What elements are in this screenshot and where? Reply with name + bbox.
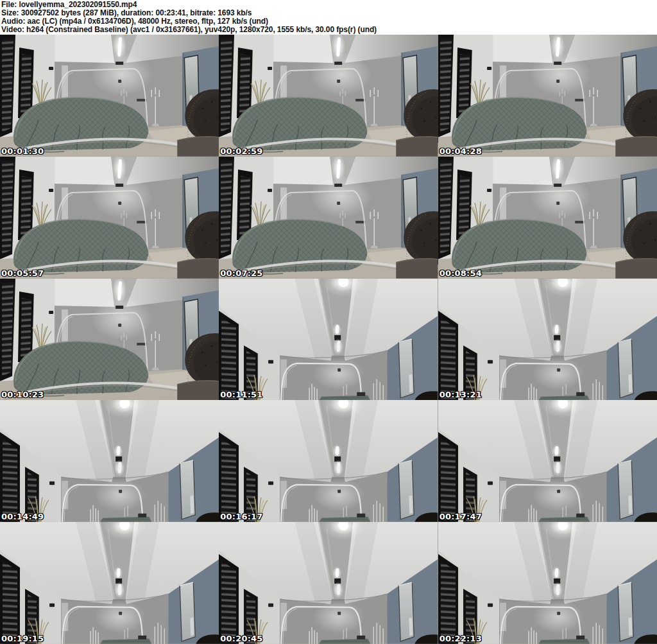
bedroom-scene-image	[438, 157, 657, 279]
video-thumbnail: 00:05:57	[0, 157, 219, 279]
video-thumbnail: 00:14:49	[0, 400, 219, 522]
video-thumbnail: 00:11:51	[219, 279, 438, 401]
bedroom-scene-image	[219, 157, 438, 279]
bedroom-scene-image	[438, 35, 657, 157]
timestamp-overlay: 00:17:47	[439, 512, 482, 521]
bedroom-scene-image	[219, 35, 438, 157]
video-thumbnail: 00:17:47	[438, 400, 657, 522]
timestamp-overlay: 00:14:49	[1, 512, 44, 521]
video-thumbnail: 00:04:28	[438, 35, 657, 157]
video-thumbnail: 00:08:54	[438, 157, 657, 279]
video-thumbnail: 00:07:25	[219, 157, 438, 279]
video-thumbnail: 00:10:23	[0, 279, 219, 401]
bedroom-scene-image	[0, 279, 219, 401]
ceiling-scene-image	[438, 279, 657, 401]
timestamp-overlay: 00:02:59	[220, 146, 262, 156]
timestamp-overlay: 00:01:30	[1, 146, 44, 156]
ceiling-scene-image	[438, 522, 657, 644]
ceiling-scene-image	[0, 400, 219, 522]
video-thumbnail: 00:13:21	[438, 279, 657, 401]
ceiling-scene-image	[438, 400, 657, 522]
video-thumbnail: 00:20:45	[219, 522, 438, 644]
ceiling-scene-image	[219, 400, 438, 522]
ceiling-scene-image	[219, 522, 438, 644]
bedroom-scene-image	[0, 157, 219, 279]
timestamp-overlay: 00:05:57	[1, 268, 44, 278]
timestamp-overlay: 00:04:28	[439, 146, 482, 156]
timestamp-overlay: 00:19:15	[1, 634, 44, 643]
thumbnail-grid: 00:01:30	[0, 35, 657, 644]
timestamp-overlay: 00:10:23	[1, 390, 44, 399]
timestamp-overlay: 00:11:51	[220, 390, 262, 399]
video-thumbnail: 00:01:30	[0, 35, 219, 157]
timestamp-overlay: 00:08:54	[439, 268, 482, 278]
video-thumbnail: 00:19:15	[0, 522, 219, 644]
timestamp-overlay: 00:20:45	[220, 634, 262, 643]
bedroom-scene-image	[0, 35, 219, 157]
video-thumbnail: 00:02:59	[219, 35, 438, 157]
timestamp-overlay: 00:22:13	[439, 634, 482, 643]
ceiling-scene-image	[0, 522, 219, 644]
video-thumbnail: 00:22:13	[438, 522, 657, 644]
ceiling-scene-image	[219, 279, 438, 401]
media-info-header: File: lovellyemma_202302091550.mp4 Size:…	[0, 0, 657, 35]
timestamp-overlay: 00:07:25	[220, 268, 262, 278]
media-info-line-video: Video: h264 (Constrained Baseline) (avc1…	[1, 26, 657, 34]
timestamp-overlay: 00:13:21	[439, 390, 482, 399]
video-thumbnail: 00:16:17	[219, 400, 438, 522]
contact-sheet: File: lovellyemma_202302091550.mp4 Size:…	[0, 0, 657, 644]
timestamp-overlay: 00:16:17	[220, 512, 262, 521]
